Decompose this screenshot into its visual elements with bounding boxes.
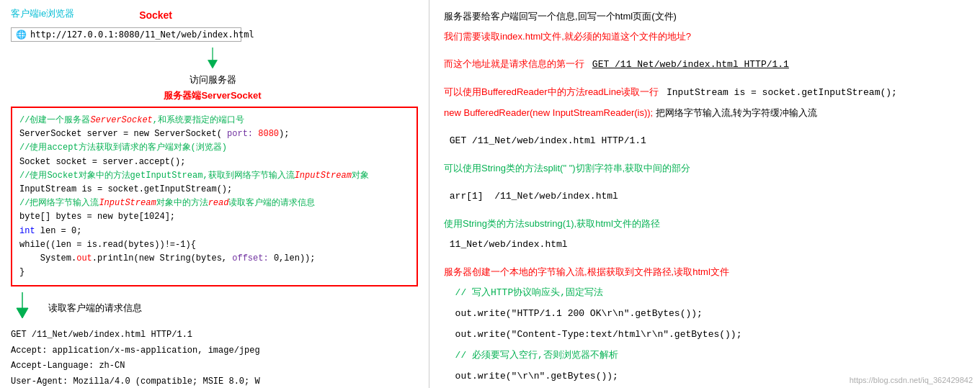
r-line-3 bbox=[444, 48, 969, 53]
r-line-16: 11_Net/web/index.html bbox=[444, 235, 969, 254]
code-box: //创建一个服务器ServerSocket,和系统要指定的端口号 ServerS… bbox=[11, 107, 418, 287]
right-panel: 服务器要给客户端回写一个信息,回写一个html页面(文件) 我们需要读取inde… bbox=[433, 0, 980, 388]
r-line-17 bbox=[444, 256, 969, 261]
request-line-3: Accept-Language: zh-CN bbox=[11, 358, 414, 374]
code-line-10: while((len = is.read(bytes))!=-1){ bbox=[19, 238, 409, 252]
watermark: https://blog.csdn.net/iq_362429842 bbox=[850, 376, 973, 384]
code-line-4: Socket socket = server.accept(); bbox=[19, 155, 409, 169]
code-line-5: //使用Socket对象中的方法getInputStream,获取到网络字节输入… bbox=[19, 169, 409, 183]
r-line-15: 使用String类的方法substring(1),获取html文件的路径 bbox=[444, 215, 969, 233]
r-line-10 bbox=[444, 152, 969, 158]
browser-label: 客户端ie浏览器 bbox=[11, 7, 74, 20]
r-line-8 bbox=[444, 124, 969, 130]
left-panel: 客户端ie浏览器 Socket 🌐 http://127.0.0.1:8080/… bbox=[0, 0, 425, 388]
request-line-4: User-Agent: Mozilla/4.0 (compatible; MSI… bbox=[11, 374, 414, 388]
arrow-visit-down bbox=[11, 48, 414, 71]
r-line-11: 可以使用String类的方法split(" ")切割字符串,获取中间的部分 bbox=[444, 159, 969, 178]
server-socket-label: 服务器端ServerSocket bbox=[11, 89, 414, 102]
r-line-20: out.write("HTTP/1.1 200 OK\r\n".getBytes… bbox=[444, 304, 969, 323]
code-line-11: System.out.println(new String(bytes, off… bbox=[19, 252, 409, 266]
r-line-22: // 必须要写入空行,否则浏览器不解析 bbox=[444, 346, 969, 365]
request-line-1: GET /11_Net/web/index.html HTTP/1.1 bbox=[11, 328, 414, 343]
browser-icon: 🌐 bbox=[16, 30, 27, 40]
address-text: http://127.0.0.1:8080/11_Net/web/index.h… bbox=[30, 30, 254, 40]
code-line-9: int len = 0; bbox=[19, 225, 409, 238]
r-line-12 bbox=[444, 179, 969, 185]
code-line-7: //把网络字节输入流InputStream对象中的方法read读取客户端的请求信… bbox=[19, 197, 409, 210]
r-line-4: 而这个地址就是请求信息的第一行 GET /11_Net/web/index.ht… bbox=[444, 55, 969, 74]
arrow-read-section: 读取客户端的请求信息 bbox=[11, 292, 414, 323]
request-line-2: Accept: application/x-ms-application, im… bbox=[11, 343, 414, 359]
header-row: 客户端ie浏览器 Socket bbox=[11, 7, 414, 23]
address-bar: 🌐 http://127.0.0.1:8080/11_Net/web/index… bbox=[11, 27, 241, 42]
right-content: 服务器要给客户端回写一个信息,回写一个html页面(文件) 我们需要读取inde… bbox=[444, 7, 969, 388]
divider bbox=[429, 0, 429, 388]
r-line-1: 服务器要给客户端回写一个信息,回写一个html页面(文件) bbox=[444, 7, 969, 26]
code-line-3: //使用accept方法获取到请求的客户端对象(浏览器) bbox=[19, 141, 409, 155]
r-line-13: arr[1] /11_Net/web/index.html bbox=[444, 186, 969, 206]
visit-label: 访问服务器 bbox=[11, 73, 414, 86]
r-line-14 bbox=[444, 207, 969, 213]
svg-marker-1 bbox=[17, 292, 28, 318]
svg-marker-0 bbox=[208, 48, 218, 68]
request-info: GET /11_Net/web/index.html HTTP/1.1 Acce… bbox=[11, 328, 414, 388]
read-label: 读取客户端的请求信息 bbox=[48, 302, 142, 315]
code-line-12: } bbox=[19, 266, 409, 279]
code-line-8: byte[] bytes = new byte[1024]; bbox=[19, 210, 409, 224]
arrow-read-down bbox=[11, 292, 34, 323]
r-line-18: 服务器创建一个本地的字节输入流,根据获取到文件路径,读取html文件 bbox=[444, 263, 969, 281]
r-line-6: 可以使用BufferedReader中的方法readLine读取一行 Input… bbox=[444, 83, 969, 102]
r-line-9: GET /11_Net/web/index.html HTTP/1.1 bbox=[444, 131, 969, 150]
r-line-2: 我们需要读取index.html文件,就必须的知道这个文件的地址? bbox=[444, 27, 969, 46]
r-line-21: out.write("Content-Type:text/html\r\n".g… bbox=[444, 325, 969, 344]
code-line-6: InputStream is = socket.getInputStream()… bbox=[19, 183, 409, 197]
r-line-5 bbox=[444, 76, 969, 81]
r-line-19: // 写入HTTP协议响应头,固定写法 bbox=[444, 283, 969, 302]
socket-label: Socket bbox=[139, 9, 172, 21]
r-line-7: new BufferedReader(new InputStreamReader… bbox=[444, 104, 969, 122]
code-line-2: ServerSocket server = new ServerSocket( … bbox=[19, 127, 409, 141]
code-line-1: //创建一个服务器ServerSocket,和系统要指定的端口号 bbox=[19, 114, 409, 127]
